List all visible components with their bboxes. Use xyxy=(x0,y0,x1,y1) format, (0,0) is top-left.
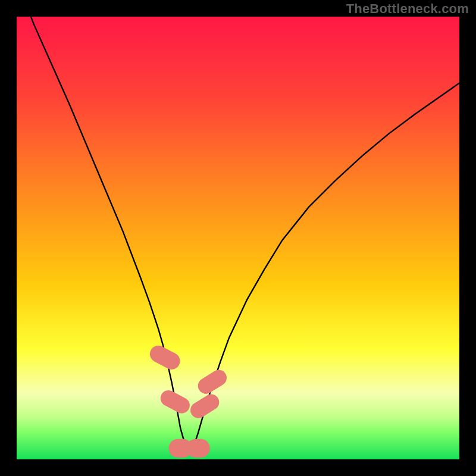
plot-area xyxy=(17,17,459,459)
marker-group xyxy=(147,343,230,458)
left-marker-1 xyxy=(147,343,183,372)
bottleneck-curve xyxy=(17,17,459,449)
right-marker-1 xyxy=(187,392,222,421)
chart-frame: TheBottleneck.com xyxy=(0,0,476,476)
right-marker-2 xyxy=(195,367,230,397)
bottom-notch-2 xyxy=(186,439,209,458)
watermark-text: TheBottleneck.com xyxy=(346,1,469,17)
left-marker-2 xyxy=(158,387,193,416)
curve-layer xyxy=(17,17,459,459)
